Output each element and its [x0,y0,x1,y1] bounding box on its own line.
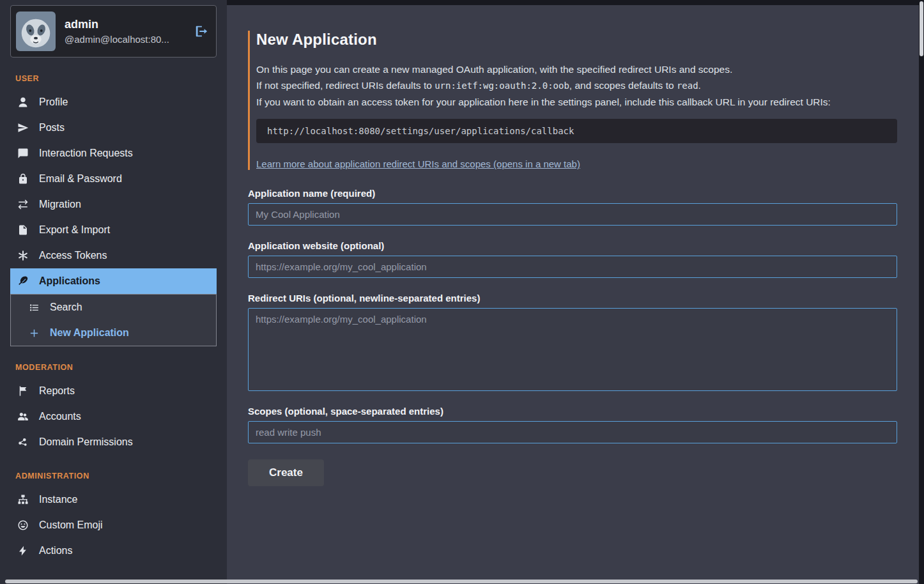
application-name-input[interactable] [248,203,897,226]
section-heading-user: USER [15,74,217,83]
asterisk-icon [17,250,29,261]
sidebar-item-label: Instance [39,494,77,505]
create-button[interactable]: Create [248,459,324,486]
sidebar-item-label: Actions [39,545,72,557]
flag-icon [17,385,29,397]
horizontal-scrollbar-thumb[interactable] [5,580,918,583]
sidebar-item-label: Custom Emoji [39,519,103,531]
user-handle: @admin@localhost:80... [65,34,169,45]
sidebar-item-label: Access Tokens [39,250,107,261]
user-icon [17,96,29,108]
avatar [16,12,56,51]
sidebar-item-migration[interactable]: Migration [10,192,217,217]
sign-out-icon[interactable] [194,24,208,38]
application-name-label: Application name (required) [248,188,897,199]
app-window: admin @admin@localhost:80... USER Profil… [0,0,924,584]
intro-line-2-text: If not specified, redirect URIs defaults… [256,80,435,91]
horizontal-scrollbar[interactable] [0,579,924,584]
feather-icon [17,275,29,287]
sidebar-item-label: Interaction Requests [39,148,133,159]
sitemap-icon [17,494,29,505]
sidebar-item-new-application[interactable]: New Application [11,320,216,346]
page-title: New Application [256,31,897,49]
user-meta: admin @admin@localhost:80... [65,18,169,45]
sidebar-item-access-tokens[interactable]: Access Tokens [10,243,217,268]
sidebar-item-label: Export & Import [39,224,110,236]
vertical-scrollbar[interactable] [919,0,924,584]
sidebar: admin @admin@localhost:80... USER Profil… [0,0,227,584]
vertical-scrollbar-thumb[interactable] [920,1,923,56]
sidebar-item-instance[interactable]: Instance [10,487,217,512]
network-dots-icon [17,436,29,448]
application-website-label: Application website (optional) [248,240,897,251]
scopes-label: Scopes (optional, space-separated entrie… [248,406,897,417]
intro-line-2-text: . [698,80,701,91]
redirect-uris-textarea[interactable] [248,308,897,391]
sidebar-item-domain-permissions[interactable]: Domain Permissions [10,429,217,455]
sidebar-item-actions[interactable]: Actions [10,538,217,564]
field-scopes: Scopes (optional, space-separated entrie… [248,406,897,443]
learn-more-link[interactable]: Learn more about application redirect UR… [256,158,580,169]
intro-line-3: If you want to obtain an access token fo… [256,94,897,110]
field-redirect-uris: Redirect URIs (optional, newline-separat… [248,293,897,391]
sidebar-item-label: Posts [39,122,65,134]
sidebar-item-label: Email & Password [39,173,122,185]
list-icon [27,302,40,313]
sidebar-item-posts[interactable]: Posts [10,115,217,141]
sidebar-item-applications[interactable]: Applications [10,268,217,294]
sidebar-item-search[interactable]: Search [11,295,216,320]
scopes-input[interactable] [248,421,897,443]
user-card[interactable]: admin @admin@localhost:80... [10,5,217,58]
sidebar-item-label: Applications [39,275,100,287]
sidebar-item-interaction-requests[interactable]: Interaction Requests [10,141,217,166]
sidebar-item-label: Migration [39,199,81,210]
sidebar-item-profile[interactable]: Profile [10,89,217,115]
sidebar-item-export-import[interactable]: Export & Import [10,217,217,243]
callback-url-code-block: http://localhost:8080/settings/user/appl… [256,119,897,143]
bolt-icon [17,545,29,557]
users-icon [17,411,29,422]
user-name: admin [65,18,169,31]
intro-block: New Application On this page you can cre… [248,31,897,170]
sidebar-item-label: Reports [39,385,75,397]
comment-icon [17,148,29,159]
section-heading-administration: ADMINISTRATION [15,472,217,480]
paper-plane-icon [17,122,29,134]
intro-line-1: On this page you can create a new manage… [256,61,897,77]
plus-icon [27,328,40,339]
main-outer: New Application On this page you can cre… [227,0,924,584]
application-website-input[interactable] [248,256,897,278]
sidebar-item-label: Accounts [39,411,81,422]
new-application-form: Application name (required) Application … [248,188,897,486]
applications-submenu: Search New Application [10,294,217,346]
sidebar-item-label: Domain Permissions [39,436,133,448]
sidebar-item-email-password[interactable]: Email & Password [10,166,217,192]
lock-icon [17,173,29,185]
intro-line-2-text: , and scopes defaults to [569,80,677,91]
main-panel: New Application On this page you can cre… [227,5,919,584]
oob-uri-code: urn:ietf:wg:oauth:2.0:oob [435,81,569,91]
sidebar-item-accounts[interactable]: Accounts [10,404,217,429]
sidebar-item-label: Profile [39,96,68,108]
sidebar-item-label: New Application [50,327,129,339]
section-heading-moderation: MODERATION [15,363,217,372]
file-icon [17,224,29,236]
sidebar-item-reports[interactable]: Reports [10,378,217,404]
field-application-name: Application name (required) [248,188,897,226]
redirect-uris-label: Redirect URIs (optional, newline-separat… [248,293,897,304]
sidebar-item-label: Search [50,302,82,313]
arrows-left-right-icon [17,199,29,210]
read-scope-code: read [677,81,698,91]
intro-line-2: If not specified, redirect URIs defaults… [256,77,897,94]
smiley-icon [17,519,29,531]
sidebar-item-custom-emoji[interactable]: Custom Emoji [10,512,217,538]
field-application-website: Application website (optional) [248,240,897,278]
